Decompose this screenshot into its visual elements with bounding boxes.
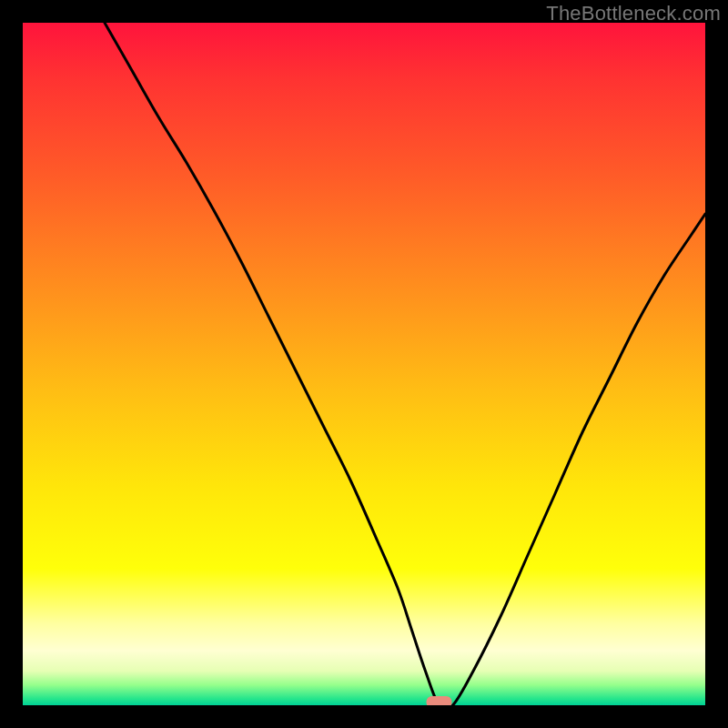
chart-svg xyxy=(23,23,705,705)
watermark-text: TheBottleneck.com xyxy=(546,2,721,25)
minimum-marker xyxy=(427,696,452,705)
chart-frame: TheBottleneck.com xyxy=(0,0,728,728)
plot-area xyxy=(23,23,705,705)
bottleneck-curve xyxy=(105,23,705,705)
